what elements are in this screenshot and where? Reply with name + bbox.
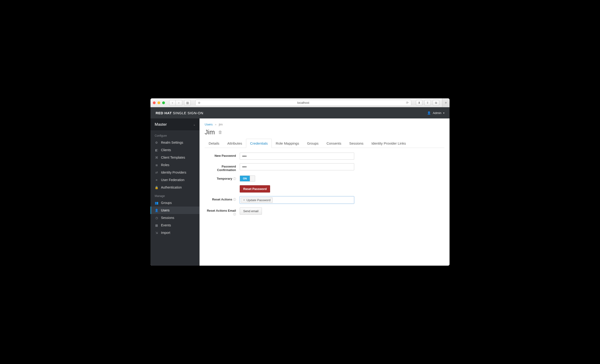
client-templates-icon: ⌘ xyxy=(155,156,159,159)
tab-details[interactable]: Details xyxy=(205,139,223,148)
tab-sessions[interactable]: Sessions xyxy=(345,139,367,148)
password-confirmation-label: PasswordConfirmation xyxy=(205,163,240,172)
nav-back-forward: ‹ › xyxy=(169,100,182,106)
zoom-window-icon[interactable] xyxy=(162,101,165,104)
sidebar-item-label: Import xyxy=(161,231,170,234)
temporary-toggle[interactable]: ON xyxy=(240,176,255,182)
sidebar-item-realm-settings[interactable]: ⚙Realm Settings xyxy=(150,139,199,146)
users-icon: 👤 xyxy=(155,209,159,212)
user-menu[interactable]: 👤 Admin ▾ xyxy=(427,111,444,115)
new-password-input[interactable] xyxy=(240,153,354,159)
page-title: Jim xyxy=(205,129,215,136)
new-tab-button[interactable]: + xyxy=(442,98,450,107)
main-content: Users » jim Jim 🗑 DetailsAttributesCrede… xyxy=(199,118,450,266)
sidebar-item-roles[interactable]: ≣Roles xyxy=(150,161,199,169)
app-header: RED HAT SINGLE SIGN-ON 👤 Admin ▾ xyxy=(150,107,450,118)
sidebar-item-client-templates[interactable]: ⌘Client Templates xyxy=(150,154,199,161)
tag-label: Update Password xyxy=(246,198,271,202)
sidebar-item-groups[interactable]: 👥Groups xyxy=(150,199,199,206)
sidebar-item-sessions[interactable]: ◷Sessions xyxy=(150,214,199,222)
reset-actions-input[interactable]: ✕ Update Password xyxy=(240,196,354,204)
tab-role-mappings[interactable]: Role Mappings xyxy=(272,139,303,148)
help-icon[interactable]: ⓘ xyxy=(233,213,236,216)
help-icon[interactable]: ⓘ xyxy=(233,198,236,201)
tabs: DetailsAttributesCredentialsRole Mapping… xyxy=(205,139,444,148)
sidebar-section-configure: Configure xyxy=(150,131,199,139)
sidebar-item-label: Sessions xyxy=(161,216,174,220)
identity-providers-icon: ⇄ xyxy=(155,171,159,174)
downloads-button[interactable]: ⬇ xyxy=(416,100,422,106)
sidebar-item-authentication[interactable]: 🔒Authentication xyxy=(150,184,199,191)
sidebar-item-label: Client Templates xyxy=(161,156,185,159)
import-icon: ⇲ xyxy=(155,231,159,234)
help-icon[interactable]: ⓘ xyxy=(233,177,236,180)
toggle-knob xyxy=(250,176,255,181)
sidebar-item-label: Groups xyxy=(161,201,172,205)
address-bar[interactable]: ⊕ localhost ⟳ xyxy=(195,100,411,106)
sidebar-item-user-federation[interactable]: ≡User Federation xyxy=(150,176,199,184)
sidebar-item-clients[interactable]: ◧Clients xyxy=(150,146,199,154)
tabs-button[interactable]: ⧉ xyxy=(433,100,439,106)
sidebar-item-label: User Federation xyxy=(161,178,184,182)
close-window-icon[interactable] xyxy=(153,101,156,104)
breadcrumb-root[interactable]: Users xyxy=(205,123,213,126)
browser-window: ‹ › ▥ ⊕ localhost ⟳ ⬇ ⇪ ⧉ + RED HAT SING… xyxy=(150,98,450,266)
realm-settings-icon: ⚙ xyxy=(155,141,159,144)
sidebar-item-identity-providers[interactable]: ⇄Identity Providers xyxy=(150,169,199,176)
brand-bold: RED HAT xyxy=(156,111,172,115)
sidebar-item-events[interactable]: ▦Events xyxy=(150,222,199,229)
realm-selector[interactable]: Master ⌄ xyxy=(150,118,199,131)
toggle-on-label: ON xyxy=(240,176,250,181)
sidebar-item-label: Identity Providers xyxy=(161,170,186,174)
sidebar-toggle-button[interactable]: ▥ xyxy=(184,100,191,106)
forward-button[interactable]: › xyxy=(176,100,182,106)
realm-name: Master xyxy=(155,122,167,127)
breadcrumb-separator: » xyxy=(215,123,216,126)
user-icon: 👤 xyxy=(427,111,431,115)
sidebar-item-label: Realm Settings xyxy=(161,141,183,144)
sidebar-item-label: Users xyxy=(161,208,170,212)
new-password-label: New Password xyxy=(205,153,240,158)
tab-groups[interactable]: Groups xyxy=(303,139,322,148)
add-icon[interactable]: ⊕ xyxy=(198,101,200,104)
breadcrumb: Users » jim xyxy=(205,123,444,126)
back-button[interactable]: ‹ xyxy=(169,100,176,106)
reset-actions-tag[interactable]: ✕ Update Password xyxy=(241,197,273,203)
reload-icon[interactable]: ⟳ xyxy=(406,101,409,104)
roles-icon: ≣ xyxy=(155,163,159,167)
trash-icon[interactable]: 🗑 xyxy=(218,130,222,135)
password-confirmation-input[interactable] xyxy=(240,163,354,170)
reset-actions-label: Reset Actionsⓘ xyxy=(205,196,240,202)
brand: RED HAT SINGLE SIGN-ON xyxy=(156,111,203,115)
sidebar: Master ⌄ Configure ⚙Realm Settings◧Clien… xyxy=(150,118,199,266)
chevron-down-icon: ⌄ xyxy=(193,123,195,126)
authentication-icon: 🔒 xyxy=(155,186,159,189)
share-button[interactable]: ⇪ xyxy=(424,100,431,106)
minimize-window-icon[interactable] xyxy=(158,101,160,104)
tab-identity-provider-links[interactable]: Identity Provider Links xyxy=(367,139,410,148)
tab-credentials[interactable]: Credentials xyxy=(246,139,272,148)
send-email-button[interactable]: Send email xyxy=(240,207,262,215)
page-title-row: Jim 🗑 xyxy=(205,129,444,136)
reset-actions-email-label: Reset Actions Emailⓘ xyxy=(205,207,240,216)
url-text: localhost xyxy=(196,101,411,104)
reset-password-button[interactable]: Reset Password xyxy=(240,185,270,193)
remove-tag-icon[interactable]: ✕ xyxy=(243,199,245,202)
sidebar-item-label: Roles xyxy=(161,163,169,167)
sidebar-item-label: Clients xyxy=(161,148,171,152)
window-controls xyxy=(153,101,165,104)
breadcrumb-current: jim xyxy=(219,123,223,126)
clients-icon: ◧ xyxy=(155,148,159,152)
chevron-down-icon: ▾ xyxy=(443,112,444,114)
sidebar-section-manage: Manage xyxy=(150,191,199,199)
events-icon: ▦ xyxy=(155,224,159,227)
tab-consents[interactable]: Consents xyxy=(322,139,345,148)
sidebar-item-label: Authentication xyxy=(161,186,182,189)
titlebar: ‹ › ▥ ⊕ localhost ⟳ ⬇ ⇪ ⧉ + xyxy=(150,98,450,107)
sessions-icon: ◷ xyxy=(155,216,159,220)
sidebar-item-import[interactable]: ⇲Import xyxy=(150,229,199,236)
sidebar-item-users[interactable]: 👤Users xyxy=(150,206,199,214)
temporary-label: Temporaryⓘ xyxy=(205,176,240,181)
tab-attributes[interactable]: Attributes xyxy=(223,139,246,148)
user-federation-icon: ≡ xyxy=(155,178,159,182)
